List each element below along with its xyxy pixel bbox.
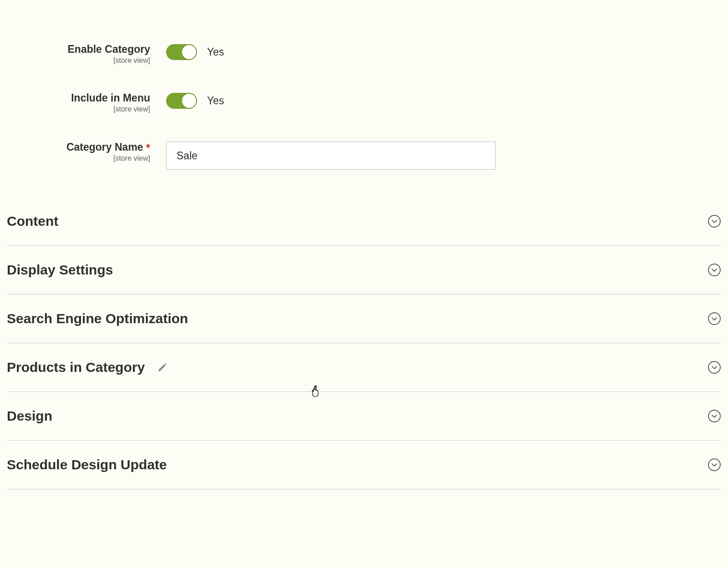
section-products-in-category[interactable]: Products in Category <box>7 343 721 392</box>
chevron-down-icon <box>708 214 721 228</box>
pencil-icon[interactable] <box>157 362 167 372</box>
scope-label: [store view] <box>7 56 150 65</box>
required-asterisk-icon: * <box>146 142 150 154</box>
toggle-knob <box>182 45 196 59</box>
section-schedule-design-update[interactable]: Schedule Design Update <box>7 441 721 489</box>
category-name-label: Category Name* <box>7 141 150 153</box>
svg-point-2 <box>708 313 720 325</box>
category-name-label-block: Category Name* [store view] <box>7 141 166 163</box>
enable-category-toggle[interactable] <box>166 44 197 60</box>
section-content-title: Content <box>7 213 58 229</box>
scope-label: [store view] <box>7 154 150 163</box>
category-name-field: Category Name* [store view] <box>7 141 721 170</box>
section-schedule-design-title: Schedule Design Update <box>7 457 167 472</box>
scope-label: [store view] <box>7 105 150 113</box>
accordion-sections: Content Display Settings Search Engine O… <box>7 197 721 489</box>
section-content[interactable]: Content <box>7 197 721 246</box>
enable-category-field: Enable Category [store view] Yes <box>7 43 721 65</box>
chevron-down-icon <box>708 458 721 472</box>
section-seo-title: Search Engine Optimization <box>7 311 188 326</box>
toggle-knob <box>182 94 196 108</box>
chevron-down-icon <box>708 361 721 374</box>
svg-point-3 <box>708 361 720 373</box>
enable-category-toggle-state: Yes <box>207 46 224 58</box>
enable-category-label-block: Enable Category [store view] <box>7 43 166 65</box>
svg-point-4 <box>708 410 720 422</box>
chevron-down-icon <box>708 263 721 277</box>
include-in-menu-toggle-state: Yes <box>207 95 224 107</box>
section-design-title: Design <box>7 408 52 424</box>
include-in-menu-field: Include in Menu [store view] Yes <box>7 92 721 113</box>
svg-point-1 <box>708 264 720 276</box>
section-display-settings-title: Display Settings <box>7 262 113 278</box>
include-in-menu-label: Include in Menu <box>7 92 150 104</box>
category-name-input[interactable] <box>166 142 495 170</box>
chevron-down-icon <box>708 409 721 423</box>
section-design[interactable]: Design <box>7 392 721 441</box>
section-products-title: Products in Category <box>7 360 145 375</box>
chevron-down-icon <box>708 312 721 325</box>
section-display-settings[interactable]: Display Settings <box>7 246 721 295</box>
svg-point-5 <box>708 459 720 471</box>
section-seo[interactable]: Search Engine Optimization <box>7 295 721 343</box>
svg-point-0 <box>708 215 720 227</box>
enable-category-label: Enable Category <box>7 43 150 56</box>
include-in-menu-toggle[interactable] <box>166 93 197 109</box>
include-in-menu-label-block: Include in Menu [store view] <box>7 92 166 113</box>
